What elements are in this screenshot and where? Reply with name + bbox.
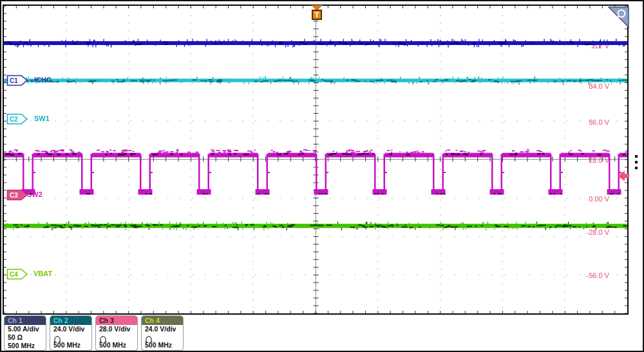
channel1-bandwidth: 500 MHz (5, 342, 46, 350)
channel2-bandwidth: 500 MHz (50, 341, 91, 349)
trigger-level-arrow-icon[interactable] (618, 171, 630, 181)
trigger-position-marker[interactable]: T (310, 5, 324, 24)
channel4-badge-title: Ch 4 (142, 316, 183, 325)
channel4-bandwidth: 500 MHz (142, 341, 183, 349)
oscilloscope-screen: 112 V 84.0 V 56.0 V 28.0 V 0.00 V -28.0 … (0, 0, 644, 352)
channel4-position-badge[interactable]: C4 (6, 268, 28, 280)
channel2-badge-title: Ch 2 (50, 316, 91, 325)
channel1-impedance: 50 Ω (5, 333, 46, 342)
channel2-badge[interactable]: Ch 2 24.0 V/div 500 MHz (50, 315, 92, 351)
channel1-name-label: ICHG (34, 76, 52, 84)
bottom-badge-bar: Ch 1 5.00 A/div 50 Ω 500 MHz Ch 2 24.0 V… (1, 315, 644, 352)
trigger-marker-t-icon: T (312, 10, 322, 20)
channel2-scale: 24.0 V/div (50, 325, 91, 333)
channel2-badge-label: C2 (10, 116, 18, 123)
channel2-name-label: SW1 (34, 115, 50, 122)
channel3-name-label: SW2 (27, 190, 43, 198)
channel1-scale: 5.00 A/div (5, 325, 46, 333)
channel4-badge[interactable]: Ch 4 24.0 V/div 500 MHz (141, 315, 184, 351)
channel3-badge-title: Ch 3 (96, 316, 137, 325)
zoom-corner-button[interactable] (608, 6, 629, 28)
channel3-bandwidth: 500 MHz (96, 341, 137, 349)
channel1-badge[interactable]: Ch 1 5.00 A/div 50 Ω 500 MHz (4, 315, 46, 351)
channel1-position-badge[interactable]: C1 (6, 75, 28, 86)
channel3-scale: 28.0 V/div (96, 325, 137, 333)
waveform-graticule: 112 V 84.0 V 56.0 V 28.0 V 0.00 V -28.0 … (3, 5, 629, 315)
channel3-badge-label: C3 (10, 192, 18, 199)
channel3-badge[interactable]: Ch 3 28.0 V/div 500 MHz (95, 315, 138, 351)
right-handle-dots-icon[interactable] (635, 155, 638, 172)
channel4-scale: 24.0 V/div (142, 325, 183, 333)
waveform-display[interactable] (4, 6, 627, 313)
channel4-name-label: VBAT (33, 270, 52, 277)
channel1-badge-label: C1 (10, 77, 18, 84)
channel1-badge-title: Ch 1 (5, 316, 46, 325)
channel3-position-badge[interactable]: C3 (6, 189, 28, 201)
channel4-badge-label: C4 (10, 271, 18, 278)
channel2-position-badge[interactable]: C2 (6, 113, 28, 125)
